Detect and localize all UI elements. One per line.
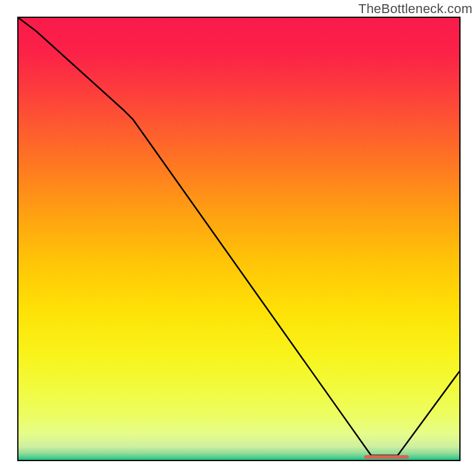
chart-frame: TheBottleneck.com [0, 0, 476, 476]
bottleneck-curve [18, 18, 459, 460]
plot-area [17, 17, 461, 461]
bottleneck-curve-path [18, 18, 459, 456]
watermark-text: TheBottleneck.com [358, 1, 472, 17]
minimum-marker [364, 455, 409, 459]
